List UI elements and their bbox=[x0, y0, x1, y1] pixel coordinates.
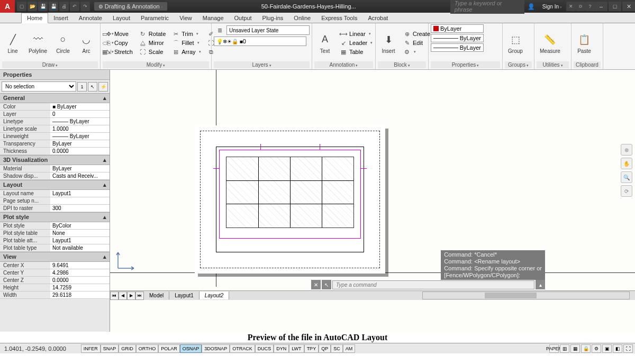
autodesk360-icon[interactable]: ⛭ bbox=[576, 2, 585, 11]
prop-value[interactable]: ByLayer bbox=[50, 140, 110, 147]
prop-section-layout[interactable]: Layout▴ bbox=[0, 180, 110, 190]
customize-cmdline-button[interactable]: ↖ bbox=[322, 280, 331, 289]
prop-value[interactable]: 1.0000 bbox=[50, 125, 110, 132]
toggle-polar[interactable]: POLAR bbox=[158, 344, 180, 353]
array-button[interactable]: ⊞Array bbox=[170, 48, 203, 56]
first-tab-button[interactable]: ⏮ bbox=[110, 292, 119, 300]
arc-button[interactable]: ◡Arc bbox=[76, 31, 97, 55]
toggle-osnap[interactable]: OSNAP bbox=[180, 344, 202, 353]
minimize-button[interactable]: – bbox=[595, 2, 607, 11]
prop-value[interactable]: Layput1 bbox=[50, 190, 110, 197]
edit-button[interactable]: ✎Edit bbox=[401, 39, 432, 47]
prop-value[interactable]: Layput1 bbox=[50, 237, 110, 244]
tab-acrobat[interactable]: Acrobat bbox=[362, 13, 393, 23]
layout-viewport[interactable] bbox=[216, 147, 364, 252]
help-icon[interactable]: ? bbox=[585, 2, 595, 11]
last-tab-button[interactable]: ⏭ bbox=[135, 292, 144, 300]
selection-dropdown[interactable]: No selection bbox=[2, 81, 76, 92]
prop-value[interactable]: Casts and Receiv... bbox=[50, 172, 110, 179]
prop-value[interactable]: 29.6118 bbox=[50, 292, 110, 298]
editattr-button[interactable]: ⚙ bbox=[401, 48, 432, 56]
quickview-drawings-button[interactable]: ▦ bbox=[570, 344, 580, 353]
toggle-ducs[interactable]: DUCS bbox=[255, 344, 274, 353]
tab-plugins[interactable]: Plug-ins bbox=[257, 13, 289, 23]
prop-value[interactable]: 9.6491 bbox=[50, 262, 110, 269]
prop-value[interactable]: None bbox=[50, 230, 110, 236]
tab-insert[interactable]: Insert bbox=[48, 13, 74, 23]
prop-value[interactable] bbox=[50, 197, 110, 204]
infocenter-icon[interactable]: 👤 bbox=[528, 3, 535, 10]
panel-properties-title[interactable]: Properties bbox=[431, 61, 500, 68]
open-icon[interactable]: 📂 bbox=[28, 2, 37, 11]
close-button[interactable]: ✕ bbox=[622, 2, 635, 11]
quick-select-button[interactable]: ⚡ bbox=[98, 82, 108, 92]
layout1-tab[interactable]: Layput1 bbox=[169, 292, 199, 299]
prop-value[interactable]: 0 bbox=[50, 111, 110, 117]
prop-section-plot[interactable]: Plot style▴ bbox=[0, 212, 110, 222]
linear-button[interactable]: ⟷Linear bbox=[338, 30, 375, 38]
toggle-pickadd-button[interactable]: 1 bbox=[77, 82, 87, 92]
rotate-button[interactable]: ↻Rotate bbox=[137, 30, 168, 38]
new-icon[interactable]: ▢ bbox=[17, 2, 26, 11]
scale-button[interactable]: ⛶Scale bbox=[137, 48, 168, 56]
mirror-button[interactable]: ⧋Mirror bbox=[137, 39, 168, 47]
prop-value[interactable]: Not available bbox=[50, 244, 110, 251]
tab-online[interactable]: Online bbox=[288, 13, 316, 23]
panel-modify-title[interactable]: Modify bbox=[103, 61, 209, 68]
cmdline-history-button[interactable]: ▴ bbox=[536, 280, 545, 289]
lineweight-dropdown[interactable]: ByLayer bbox=[431, 34, 484, 42]
toggle-qp[interactable]: QP bbox=[319, 344, 331, 353]
prop-value[interactable]: ——— ByLayer bbox=[50, 133, 110, 140]
tab-layout[interactable]: Layout bbox=[107, 13, 135, 23]
layout2-tab[interactable]: Layout2 bbox=[199, 292, 230, 299]
maximize-button[interactable]: □ bbox=[609, 2, 621, 11]
prop-section-view[interactable]: View▴ bbox=[0, 252, 110, 262]
move-button[interactable]: ✥Move bbox=[103, 30, 135, 38]
panel-layers-title[interactable]: Layers bbox=[214, 61, 310, 68]
toggle-sc[interactable]: SC bbox=[331, 344, 343, 353]
panel-draw-title[interactable]: Draw bbox=[2, 61, 98, 68]
linetype-dropdown[interactable]: ByLayer bbox=[431, 43, 484, 52]
circle-button[interactable]: ○Circle bbox=[52, 31, 74, 55]
toggle-grid[interactable]: GRID bbox=[119, 344, 136, 353]
isolate-objects-button[interactable]: ◧ bbox=[613, 344, 622, 353]
orbit-button[interactable]: ⟳ bbox=[621, 185, 632, 197]
group-button[interactable]: ⬚Group bbox=[505, 31, 526, 55]
quickview-layouts-button[interactable]: ▥ bbox=[560, 344, 569, 353]
toggle-dyn[interactable]: DYN bbox=[274, 344, 289, 353]
redo-icon[interactable]: ↷ bbox=[80, 2, 90, 11]
clean-screen-button[interactable]: ⛶ bbox=[623, 344, 633, 353]
tab-view[interactable]: View bbox=[174, 13, 197, 23]
polyline-button[interactable]: 〰Polyline bbox=[25, 31, 50, 55]
panel-groups-title[interactable]: Groups bbox=[505, 61, 532, 68]
prop-value[interactable]: 14.7259 bbox=[50, 284, 110, 291]
text-button[interactable]: AText bbox=[314, 31, 335, 55]
tab-parametric[interactable]: Parametric bbox=[135, 13, 174, 23]
prop-value[interactable]: ■ ByLayer bbox=[50, 103, 110, 110]
zoom-button[interactable]: 🔍 bbox=[621, 171, 632, 183]
search-input[interactable]: Type a keyword or phrase bbox=[450, 0, 524, 14]
panel-block-title[interactable]: Block bbox=[378, 61, 426, 68]
stretch-button[interactable]: ⇲Stretch bbox=[103, 48, 135, 56]
layerprops-button[interactable]: ≣ bbox=[214, 25, 225, 35]
plot-icon[interactable]: 🖨 bbox=[59, 2, 69, 11]
prop-value[interactable]: 0.0000 bbox=[50, 277, 110, 284]
measure-button[interactable]: 📏Measure bbox=[537, 31, 564, 55]
saveas-icon[interactable]: 💾 bbox=[49, 2, 58, 11]
annotation-scale-button[interactable]: 🔒 bbox=[581, 344, 591, 353]
layerstate-dropdown[interactable]: Unsaved Layer State bbox=[226, 25, 310, 35]
tab-manage[interactable]: Manage bbox=[197, 13, 229, 23]
tab-annotate[interactable]: Annotate bbox=[74, 13, 107, 23]
prop-value[interactable]: 300 bbox=[50, 205, 110, 212]
toggle-lwt[interactable]: LWT bbox=[289, 344, 304, 353]
fullnav-button[interactable]: ⊕ bbox=[621, 144, 632, 156]
pan-button[interactable]: ✋ bbox=[621, 158, 632, 169]
exchange-icon[interactable]: ✕ bbox=[566, 2, 576, 11]
table-button[interactable]: ▦Table bbox=[338, 48, 375, 56]
toggle-am[interactable]: AM bbox=[343, 344, 356, 353]
create-button[interactable]: ⊕Create bbox=[401, 30, 432, 38]
toggle-tpy[interactable]: TPY bbox=[304, 344, 319, 353]
color-dropdown[interactable]: ByLayer bbox=[431, 24, 484, 33]
model-tab[interactable]: Model bbox=[144, 292, 169, 299]
undo-icon[interactable]: ↶ bbox=[70, 2, 79, 11]
